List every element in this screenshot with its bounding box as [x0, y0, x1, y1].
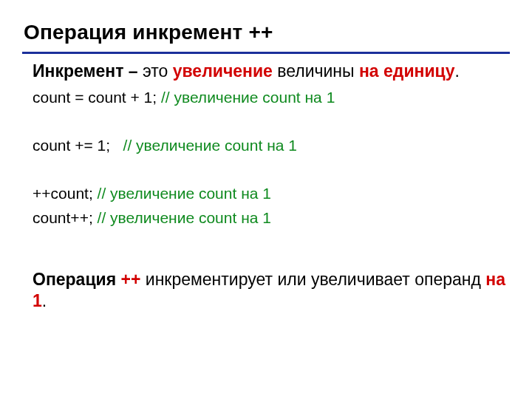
code-1-comment: // увеличение count на 1 [161, 89, 335, 106]
def-word-increment: Инкремент [33, 61, 123, 81]
slide: Операция инкремент ++ Инкремент – это ув… [0, 0, 532, 399]
code-block: count = count + 1; // увеличение count н… [33, 86, 505, 230]
code-line-4: count++; // увеличение count на 1 [33, 206, 505, 231]
definition-text: Инкремент – это увеличение величины на е… [33, 61, 505, 82]
def-increase: увеличение [173, 61, 273, 81]
summary-mid: инкрементирует или увеличивает операнд [140, 270, 485, 289]
code-blank-2 [33, 158, 505, 183]
def-eto: это [143, 61, 173, 81]
code-line-2: count += 1; // увеличение count на 1 [33, 134, 505, 158]
code-3-stmt: ++count; [33, 185, 98, 202]
def-value: величины [273, 61, 359, 81]
code-1-stmt: count = count + 1; [33, 89, 161, 106]
slide-title: Операция инкремент ++ [24, 21, 273, 44]
code-2-stmt: count += 1; [33, 137, 123, 154]
code-4-comment: // увеличение count на 1 [98, 209, 271, 226]
code-3-comment: // увеличение count на 1 [98, 185, 271, 202]
def-period: . [455, 61, 460, 81]
summary-text: Операция ++ инкрементирует или увеличива… [33, 269, 505, 312]
code-4-stmt: count++; [33, 209, 98, 226]
summary-plusplus: ++ [121, 270, 141, 289]
summary-period: . [42, 291, 47, 310]
summary-op-word: Операция [33, 270, 121, 289]
def-dash: – [123, 61, 143, 81]
code-blank-1 [33, 110, 505, 134]
code-2-comment: // увеличение count на 1 [123, 137, 297, 154]
title-underline [22, 52, 510, 54]
code-line-1: count = count + 1; // увеличение count н… [33, 86, 505, 110]
code-line-3: ++count; // увеличение count на 1 [33, 182, 505, 206]
def-by-one: на единицу [359, 61, 455, 81]
